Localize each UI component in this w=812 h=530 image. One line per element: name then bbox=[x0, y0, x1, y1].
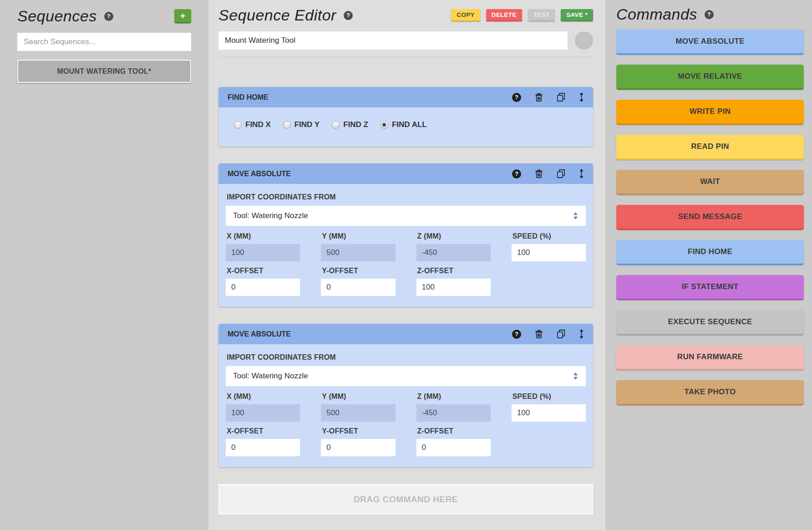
trash-icon[interactable] bbox=[535, 93, 543, 102]
trash-icon[interactable] bbox=[535, 330, 543, 339]
step-title: MOVE ABSOLUTE bbox=[228, 170, 291, 178]
help-icon[interactable]: ? bbox=[705, 10, 714, 19]
sequence-color-picker[interactable] bbox=[575, 31, 593, 50]
command-write-pin[interactable]: WRITE PIN bbox=[616, 100, 804, 125]
y-offset-input[interactable] bbox=[321, 439, 395, 456]
y-offset-input[interactable] bbox=[321, 279, 395, 296]
step-title: FIND HOME bbox=[228, 93, 269, 102]
step-move-absolute-2: MOVE ABSOLUTE ? bbox=[218, 324, 593, 467]
import-coordinates-label: IMPORT COORDINATES FROM bbox=[227, 353, 586, 362]
z-offset-label: Z-OFFSET bbox=[417, 427, 491, 435]
copy-step-icon[interactable] bbox=[557, 329, 565, 339]
import-coordinates-select[interactable]: Tool: Watering Nozzle bbox=[226, 206, 586, 226]
test-button[interactable]: TEST bbox=[528, 9, 555, 21]
y-label: Y (MM) bbox=[322, 232, 395, 240]
search-input[interactable] bbox=[17, 33, 191, 51]
x-offset-label: X-OFFSET bbox=[227, 267, 300, 275]
commands-title: Commands bbox=[616, 5, 697, 23]
y-offset-label: Y-OFFSET bbox=[322, 267, 395, 275]
x-offset-input[interactable] bbox=[226, 279, 300, 296]
command-read-pin[interactable]: READ PIN bbox=[616, 135, 804, 160]
copy-step-icon[interactable] bbox=[557, 169, 565, 178]
commands-panel: Commands ? MOVE ABSOLUTE MOVE RELATIVE W… bbox=[605, 0, 812, 530]
step-title: MOVE ABSOLUTE bbox=[228, 330, 291, 338]
select-chevrons-icon bbox=[573, 212, 579, 220]
command-wait[interactable]: WAIT bbox=[616, 170, 804, 195]
y-input bbox=[321, 244, 395, 261]
radio-icon[interactable] bbox=[234, 121, 242, 129]
editor-toolbar: COPY DELETE TEST SAVE * bbox=[451, 9, 593, 21]
command-execute-sequence[interactable]: EXECUTE SEQUENCE bbox=[616, 310, 804, 335]
radio-icon[interactable] bbox=[332, 121, 340, 129]
radio-find-y[interactable]: FIND Y bbox=[283, 120, 320, 129]
sequence-list-item[interactable]: MOUNT WATERING TOOL* bbox=[17, 60, 191, 83]
copy-step-icon[interactable] bbox=[557, 92, 565, 102]
y-label: Y (MM) bbox=[322, 392, 395, 401]
speed-input[interactable] bbox=[512, 404, 586, 422]
z-offset-input[interactable] bbox=[416, 439, 491, 456]
radio-find-all[interactable]: FIND ALL bbox=[381, 120, 427, 129]
save-button[interactable]: SAVE * bbox=[561, 9, 593, 21]
command-find-home[interactable]: FIND HOME bbox=[616, 240, 804, 265]
help-icon[interactable]: ? bbox=[512, 93, 521, 102]
command-run-farmware[interactable]: RUN FARMWARE bbox=[616, 345, 804, 370]
add-sequence-button[interactable]: + bbox=[174, 9, 191, 23]
drag-step-icon[interactable] bbox=[579, 169, 584, 178]
z-label: Z (MM) bbox=[417, 232, 491, 240]
y-input bbox=[321, 404, 395, 422]
editor-title: Sequence Editor bbox=[218, 6, 336, 24]
help-icon[interactable]: ? bbox=[512, 169, 521, 178]
radio-icon-selected[interactable] bbox=[381, 121, 388, 129]
drag-step-icon[interactable] bbox=[579, 92, 584, 102]
speed-label: SPEED (%) bbox=[513, 392, 586, 401]
z-input bbox=[416, 404, 491, 422]
drag-command-drop-zone[interactable]: DRAG COMMAND HERE bbox=[218, 484, 593, 515]
x-offset-input[interactable] bbox=[226, 439, 300, 456]
sequences-panel: Sequences ? + MOUNT WATERING TOOL* bbox=[0, 0, 208, 530]
delete-button[interactable]: DELETE bbox=[486, 9, 522, 21]
select-chevrons-icon bbox=[573, 372, 579, 380]
z-offset-input[interactable] bbox=[416, 279, 491, 296]
z-input bbox=[416, 244, 491, 261]
x-input bbox=[226, 404, 300, 422]
y-offset-label: Y-OFFSET bbox=[322, 427, 395, 435]
radio-find-x[interactable]: FIND X bbox=[234, 120, 271, 129]
speed-label: SPEED (%) bbox=[513, 232, 586, 240]
speed-input[interactable] bbox=[512, 244, 586, 261]
step-move-absolute-1: MOVE ABSOLUTE ? bbox=[218, 163, 593, 307]
z-offset-label: Z-OFFSET bbox=[417, 267, 491, 275]
trash-icon[interactable] bbox=[535, 169, 543, 178]
help-icon[interactable]: ? bbox=[512, 330, 521, 339]
divider bbox=[218, 57, 593, 58]
command-move-absolute[interactable]: MOVE ABSOLUTE bbox=[616, 30, 804, 55]
drag-step-icon[interactable] bbox=[579, 329, 584, 339]
command-take-photo[interactable]: TAKE PHOTO bbox=[616, 380, 804, 405]
import-coordinates-label: IMPORT COORDINATES FROM bbox=[227, 193, 586, 201]
z-label: Z (MM) bbox=[417, 392, 491, 401]
x-label: X (MM) bbox=[227, 232, 300, 240]
sequence-name-input[interactable] bbox=[218, 31, 568, 50]
command-send-message[interactable]: SEND MESSAGE bbox=[616, 205, 804, 230]
copy-button[interactable]: COPY bbox=[451, 9, 480, 21]
step-find-home: FIND HOME ? bbox=[218, 87, 593, 147]
x-label: X (MM) bbox=[227, 392, 300, 401]
help-icon[interactable]: ? bbox=[344, 11, 353, 20]
command-move-relative[interactable]: MOVE RELATIVE bbox=[616, 65, 804, 90]
x-offset-label: X-OFFSET bbox=[227, 427, 300, 435]
radio-find-z[interactable]: FIND Z bbox=[332, 120, 368, 129]
x-input bbox=[226, 244, 300, 261]
radio-icon[interactable] bbox=[283, 121, 291, 129]
import-coordinates-select[interactable]: Tool: Watering Nozzle bbox=[226, 366, 586, 386]
sequence-editor-panel: Sequence Editor ? COPY DELETE TEST SAVE … bbox=[208, 0, 605, 530]
help-icon[interactable]: ? bbox=[104, 12, 113, 21]
command-if-statement[interactable]: IF STATEMENT bbox=[616, 275, 804, 300]
sequences-title: Sequences bbox=[17, 7, 97, 25]
